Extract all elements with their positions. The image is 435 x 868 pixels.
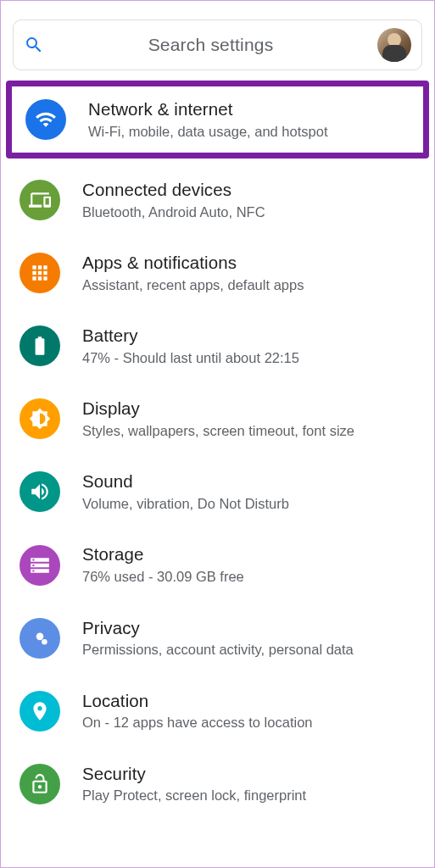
item-subtitle: Volume, vibration, Do Not Disturb xyxy=(82,495,415,513)
item-title: Connected devices xyxy=(82,179,415,202)
search-bar[interactable]: Search settings xyxy=(13,19,422,70)
wifi-icon xyxy=(25,99,66,140)
item-subtitle: Styles, wallpapers, screen timeout, font… xyxy=(82,422,415,440)
sound-icon xyxy=(20,471,60,512)
display-icon xyxy=(20,398,60,439)
item-title: Location xyxy=(82,690,415,713)
item-subtitle: On - 12 apps have access to location xyxy=(82,714,415,732)
item-text: Network & internet Wi-Fi, mobile, data u… xyxy=(88,98,410,141)
item-subtitle: Play Protect, screen lock, fingerprint xyxy=(82,787,415,804)
item-title: Battery xyxy=(82,325,415,348)
item-subtitle: 47% - Should last until about 22:15 xyxy=(82,349,415,367)
devices-icon xyxy=(20,180,60,220)
settings-item-network[interactable]: Network & internet Wi-Fi, mobile, data u… xyxy=(6,81,429,159)
item-title: Apps & notifications xyxy=(82,252,415,275)
settings-item-battery[interactable]: Battery 47% - Should last until about 22… xyxy=(1,309,434,382)
item-text: Storage 76% used - 30.09 GB free xyxy=(82,543,415,586)
settings-item-storage[interactable]: Storage 76% used - 30.09 GB free xyxy=(1,528,434,601)
settings-item-location[interactable]: Location On - 12 apps have access to loc… xyxy=(1,675,434,748)
search-icon xyxy=(24,35,44,55)
privacy-icon xyxy=(20,618,60,659)
item-subtitle: Bluetooth, Android Auto, NFC xyxy=(82,203,415,221)
settings-item-privacy[interactable]: Privacy Permissions, account activity, p… xyxy=(1,602,434,675)
item-text: Security Play Protect, screen lock, fing… xyxy=(82,763,415,805)
item-subtitle: Permissions, account activity, personal … xyxy=(82,641,415,659)
item-text: Battery 47% - Should last until about 22… xyxy=(82,325,415,367)
item-subtitle: Wi-Fi, mobile, data usage, and hotspot xyxy=(88,123,410,141)
item-title: Sound xyxy=(82,470,415,493)
item-text: Connected devices Bluetooth, Android Aut… xyxy=(82,179,415,221)
item-title: Privacy xyxy=(82,617,415,640)
battery-icon xyxy=(20,326,60,366)
item-text: Display Styles, wallpapers, screen timeo… xyxy=(82,398,415,440)
apps-icon xyxy=(20,253,60,293)
settings-item-sound[interactable]: Sound Volume, vibration, Do Not Disturb xyxy=(1,455,434,528)
settings-item-security[interactable]: Security Play Protect, screen lock, fing… xyxy=(1,748,434,821)
settings-item-display[interactable]: Display Styles, wallpapers, screen timeo… xyxy=(1,382,434,455)
location-icon xyxy=(20,691,60,732)
item-text: Sound Volume, vibration, Do Not Disturb xyxy=(82,470,415,513)
item-text: Location On - 12 apps have access to loc… xyxy=(82,690,415,732)
settings-item-apps[interactable]: Apps & notifications Assistant, recent a… xyxy=(1,236,434,309)
item-text: Privacy Permissions, account activity, p… xyxy=(82,617,415,659)
search-placeholder: Search settings xyxy=(44,35,377,55)
item-subtitle: Assistant, recent apps, default apps xyxy=(82,276,415,294)
item-title: Security xyxy=(82,763,415,786)
svg-point-2 xyxy=(42,640,46,643)
storage-icon xyxy=(20,545,60,586)
item-title: Network & internet xyxy=(88,98,410,121)
settings-list: Network & internet Wi-Fi, mobile, data u… xyxy=(1,77,434,822)
item-text: Apps & notifications Assistant, recent a… xyxy=(82,252,415,294)
item-title: Storage xyxy=(82,543,415,566)
security-icon xyxy=(20,764,60,804)
settings-item-connected-devices[interactable]: Connected devices Bluetooth, Android Aut… xyxy=(1,164,434,236)
avatar[interactable] xyxy=(377,28,411,62)
item-title: Display xyxy=(82,398,415,420)
item-subtitle: 76% used - 30.09 GB free xyxy=(82,568,415,586)
